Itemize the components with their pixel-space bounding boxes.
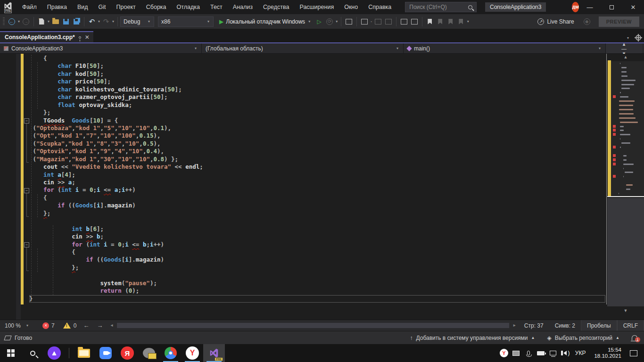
undo-button[interactable]: ↶ (87, 16, 97, 28)
code-line[interactable]: TGoods Goods[10] = { (29, 117, 605, 124)
navigate-to-cursor-button[interactable] (373, 16, 383, 28)
menu-item-сборка[interactable]: Сборка (141, 0, 172, 14)
code-line[interactable]: if ((Goods[i].magazin) (29, 202, 605, 209)
code-line[interactable]: { (29, 248, 605, 256)
fold-collapse-icon[interactable]: − (24, 118, 29, 123)
menu-item-проект[interactable]: Проект (111, 0, 141, 14)
gear-icon[interactable] (636, 35, 641, 41)
menu-item-вид[interactable]: Вид (72, 0, 93, 14)
code-line[interactable]: for (int i = 0;i <= b;i++) (29, 241, 605, 248)
navigate-back-button[interactable]: ← (7, 16, 17, 28)
taskbar-mail-button[interactable] (138, 344, 160, 362)
errors-button[interactable]: × 7 (42, 322, 55, 329)
minimap-scrollbar[interactable]: ▲ ▼ (607, 54, 644, 320)
code-line[interactable]: if ((Goods[i].magazin) (29, 256, 605, 263)
scrollbar-track[interactable] (607, 198, 644, 306)
new-file-dropdown-caret[interactable]: ▾ (47, 19, 50, 24)
line-indicator[interactable]: Стр: 37 (519, 320, 549, 331)
bookmark-overflow-caret[interactable]: ▾ (466, 19, 470, 24)
taskbar-yandex-button[interactable]: Я (116, 344, 138, 362)
code-line[interactable]: cin >> b; (29, 233, 605, 240)
code-line[interactable]: char kod[50]; (29, 70, 605, 78)
navigate-forward-button[interactable]: → (21, 16, 31, 28)
spaces-indicator[interactable]: Пробелы (581, 320, 617, 331)
code-lines[interactable]: { char F10[50]; char kod[50]; char price… (29, 55, 605, 303)
action-center-icon[interactable] (630, 350, 637, 356)
eol-indicator[interactable]: CRLF (617, 320, 644, 331)
taskbar-visual-studio-button[interactable]: PRE (203, 344, 225, 362)
indent-decrease-button[interactable] (399, 16, 409, 28)
language-indicator[interactable]: УКР (571, 350, 590, 356)
menu-item-правка[interactable]: Правка (42, 0, 72, 14)
code-line[interactable]: char razmer_optovoj_partii[50]; (29, 93, 605, 101)
tab-consoleapplication3-cpp[interactable]: ConsoleApplication3.cpp* ✕ (0, 31, 93, 42)
tray-display-icon[interactable] (510, 344, 522, 362)
new-file-button[interactable]: ✦ (36, 16, 47, 28)
code-line[interactable]: int a[4]; (29, 171, 605, 179)
code-line[interactable] (29, 272, 605, 279)
save-button[interactable] (61, 16, 71, 28)
indent-increase-button[interactable] (409, 16, 420, 28)
minimize-button[interactable]: — (579, 0, 601, 14)
select-repository-button[interactable]: ◈ Выбрать репозиторий ▲ (547, 335, 619, 341)
start-debugging-button[interactable]: ▶ Локальный отладчик Windows ▾ (216, 16, 314, 28)
code-line[interactable]: }; (29, 210, 605, 217)
prev-bookmark-button[interactable] (435, 16, 446, 28)
menu-item-анализ[interactable]: Анализ (228, 0, 258, 14)
scroll-right-icon[interactable]: ▸ (513, 322, 516, 328)
code-line[interactable]: char price[50]; (29, 78, 605, 85)
tray-volume-icon[interactable] (559, 344, 571, 362)
save-all-button[interactable] (71, 16, 82, 28)
tray-network-icon[interactable] (547, 344, 559, 362)
redo-button[interactable]: ↷ (101, 16, 111, 28)
fold-collapse-icon[interactable]: − (24, 242, 29, 247)
menu-item-файл[interactable]: Файл (17, 0, 42, 14)
search-input[interactable]: Поиск (Ctrl+Q) (405, 2, 477, 12)
find-in-files-button[interactable] (344, 16, 354, 28)
redo-dropdown-caret[interactable]: ▾ (111, 19, 115, 24)
code-line[interactable]: } (29, 295, 605, 303)
code-editor[interactable]: −−− { char F10[50]; char kod[50]; char p… (0, 54, 644, 320)
project-dropdown[interactable]: ConsoleApplication3 ▾ (0, 43, 202, 53)
tray-yandex-icon[interactable]: Y (498, 344, 510, 362)
minimap-content[interactable] (607, 61, 644, 196)
live-share-button[interactable]: ↗ Live Share (537, 18, 574, 25)
attach-dropdown-caret[interactable]: ▾ (335, 19, 339, 24)
clear-bookmarks-button[interactable] (456, 16, 466, 28)
next-bookmark-button[interactable] (446, 16, 456, 28)
tray-battery-icon[interactable] (535, 344, 547, 362)
code-line[interactable]: return (0); (29, 287, 605, 295)
preview-badge[interactable]: PREVIEW (599, 16, 639, 27)
code-line[interactable]: ("Optobaza","kod 1","5","10","10",0.1), (29, 124, 605, 132)
open-file-button[interactable] (50, 16, 61, 28)
vs-logo-icon[interactable]: PRE (3, 1, 13, 13)
code-line[interactable]: { (29, 194, 605, 202)
column-indicator[interactable]: Симв: 2 (549, 320, 581, 331)
toggle-bookmark-button[interactable] (425, 16, 435, 28)
code-line[interactable]: cin >> a; (29, 179, 605, 186)
taskbar-yandex-browser-button[interactable]: Y (182, 344, 203, 362)
line-operations-button[interactable] (383, 16, 394, 28)
scroll-left-icon[interactable]: ◂ (110, 322, 113, 328)
code-line[interactable]: ("Opt","kod 1","7","10","100",0.15), (29, 132, 605, 140)
horizontal-scrollbar-thumb[interactable] (117, 323, 509, 328)
code-line[interactable] (29, 217, 605, 225)
indicator-margin[interactable] (16, 54, 21, 320)
pin-icon[interactable] (79, 36, 81, 39)
clock[interactable]: 15:54 18.10.2021 (589, 347, 626, 359)
code-line[interactable]: }; (29, 264, 605, 272)
prev-issue-button[interactable]: ← (83, 322, 89, 329)
toolbar-grip[interactable] (3, 17, 5, 26)
restore-button[interactable] (601, 0, 622, 14)
back-dropdown-caret[interactable]: ▾ (17, 19, 21, 24)
taskbar-search-button[interactable] (22, 344, 43, 362)
next-issue-button[interactable]: → (97, 322, 103, 329)
code-line[interactable]: ("Magazin","kod 1","30","10","10",0.8) }… (29, 156, 605, 163)
taskbar-chrome-button[interactable] (160, 344, 182, 362)
menu-item-окно[interactable]: Окно (339, 0, 363, 14)
code-line[interactable]: char F10[50]; (29, 62, 605, 70)
solution-explorer-sync-button[interactable] (359, 16, 370, 28)
start-without-debugging-button[interactable]: ▷ (314, 16, 324, 28)
platform-dropdown[interactable]: x86▾ (158, 16, 214, 27)
scroll-up-icon[interactable]: ▲ (607, 55, 644, 59)
